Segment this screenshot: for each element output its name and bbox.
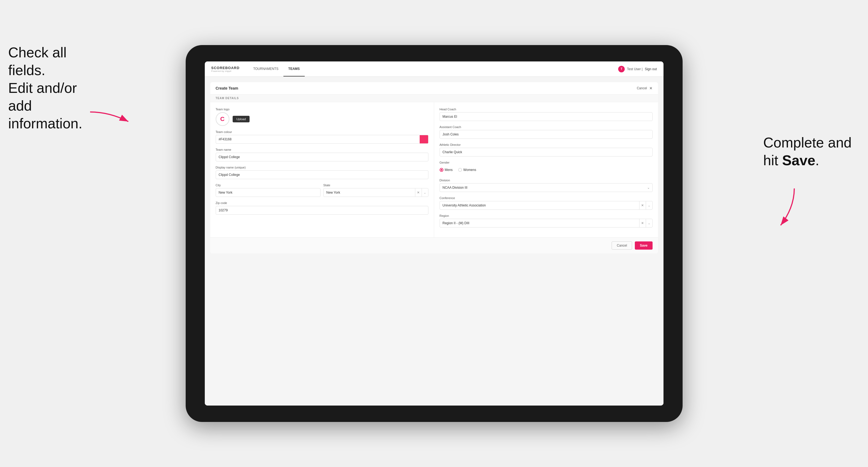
- save-button[interactable]: Save: [635, 242, 652, 250]
- division-select[interactable]: NCAA Division III: [440, 183, 653, 192]
- region-clear-icon[interactable]: ✕: [639, 219, 646, 227]
- state-select[interactable]: New York: [323, 191, 415, 194]
- city-state-row: City State New York ✕: [216, 184, 428, 197]
- logo-sub: Powered by clippit: [211, 70, 240, 72]
- signout-link[interactable]: Sign out: [645, 67, 657, 71]
- form-header: Create Team Cancel ✕: [210, 82, 658, 94]
- city-subgroup: City: [216, 184, 321, 197]
- region-select[interactable]: Region II - (M) DIII: [440, 221, 639, 225]
- zip-group: Zip code: [216, 201, 428, 215]
- team-logo-label: Team logo: [216, 107, 428, 111]
- close-icon: ✕: [649, 86, 653, 90]
- team-colour-label: Team colour: [216, 130, 428, 133]
- nav-tabs: TOURNAMENTS TEAMS: [248, 61, 305, 76]
- team-name-input[interactable]: [216, 153, 428, 161]
- state-clear-icon[interactable]: ✕: [415, 188, 422, 197]
- state-select-wrap: New York ✕ ⌄: [323, 188, 428, 197]
- city-input[interactable]: [216, 188, 321, 197]
- mens-radio-dot: [440, 168, 443, 172]
- form-right: Head Coach Assistant Coach Athletic Dire…: [434, 102, 658, 237]
- instruction-right: Complete and hit Save.: [763, 134, 851, 169]
- cancel-button[interactable]: Cancel: [612, 242, 632, 250]
- instruction-right-line2-plain: hit: [763, 152, 782, 168]
- conference-clear-icon[interactable]: ✕: [639, 201, 646, 210]
- state-label: State: [323, 184, 428, 187]
- colour-input-wrap: [216, 135, 428, 144]
- tab-teams[interactable]: TEAMS: [283, 61, 305, 76]
- conference-chevron-icon[interactable]: ⌄: [646, 201, 652, 210]
- city-label: City: [216, 184, 321, 187]
- head-coach-input[interactable]: [440, 112, 653, 121]
- division-select-wrap: NCAA Division III: [440, 183, 653, 192]
- instruction-right-line3: .: [815, 152, 819, 168]
- nav-right: T Test User | Sign out: [618, 66, 657, 72]
- tab-tournaments[interactable]: TOURNAMENTS: [248, 61, 283, 76]
- logo-area: C Upload: [216, 112, 428, 126]
- tablet-frame: SCOREBOARD Powered by clippit TOURNAMENT…: [186, 45, 683, 422]
- gender-radio-group: Mens Womens: [440, 165, 653, 174]
- arrow-right-icon: [772, 186, 800, 229]
- conference-select[interactable]: University Athletic Association: [440, 204, 639, 207]
- zip-label: Zip code: [216, 201, 428, 205]
- section-header: TEAM DETAILS: [210, 94, 658, 102]
- conference-label: Conference: [440, 196, 653, 199]
- conference-group: Conference University Athletic Associati…: [440, 196, 653, 210]
- main-content: Create Team Cancel ✕ TEAM DETAILS Team l…: [205, 77, 663, 406]
- form-body: Team logo C Upload Team colour: [210, 102, 658, 237]
- head-coach-group: Head Coach: [440, 107, 653, 121]
- instruction-right-line2-bold: Save: [782, 152, 815, 168]
- athletic-dir-group: Athletic Director: [440, 143, 653, 156]
- logo-title: SCOREBOARD: [211, 66, 240, 70]
- division-group: Division NCAA Division III: [440, 179, 653, 192]
- team-colour-group: Team colour: [216, 130, 428, 144]
- app-logo: SCOREBOARD Powered by clippit: [211, 66, 240, 72]
- display-name-group: Display name (unique): [216, 166, 428, 179]
- asst-coach-label: Assistant Coach: [440, 125, 653, 129]
- colour-swatch[interactable]: [420, 135, 428, 144]
- navbar: SCOREBOARD Powered by clippit TOURNAMENT…: [205, 61, 663, 77]
- form-title: Create Team: [216, 86, 238, 90]
- team-name-label: Team name: [216, 148, 428, 151]
- conference-select-wrap: University Athletic Association ✕ ⌄: [440, 201, 653, 210]
- athletic-dir-label: Athletic Director: [440, 143, 653, 146]
- region-label: Region: [440, 214, 653, 217]
- city-state-group: City State New York ✕: [216, 184, 428, 197]
- tablet-screen: SCOREBOARD Powered by clippit TOURNAMENT…: [205, 61, 663, 406]
- gender-group: Gender Mens Womens: [440, 161, 653, 174]
- womens-radio-dot: [458, 168, 462, 172]
- asst-coach-group: Assistant Coach: [440, 125, 653, 139]
- instruction-line3: information.: [8, 116, 83, 131]
- head-coach-label: Head Coach: [440, 107, 653, 111]
- form-panel: Create Team Cancel ✕ TEAM DETAILS Team l…: [210, 82, 658, 253]
- instruction-line1: Check all fields.: [8, 44, 67, 78]
- state-chevron-icon[interactable]: ⌄: [422, 188, 428, 197]
- gender-label: Gender: [440, 161, 653, 164]
- gender-mens-radio[interactable]: Mens: [440, 168, 453, 172]
- arrow-left-icon: [87, 109, 131, 126]
- state-subgroup: State New York ✕ ⌄: [323, 184, 428, 197]
- upload-button[interactable]: Upload: [232, 116, 250, 122]
- form-cancel-top[interactable]: Cancel ✕: [637, 86, 652, 90]
- instruction-left: Check all fields. Edit and/or add inform…: [8, 44, 98, 132]
- region-chevron-icon[interactable]: ⌄: [646, 219, 652, 227]
- zip-input[interactable]: [216, 206, 428, 215]
- instruction-line2: Edit and/or add: [8, 80, 77, 114]
- form-left: Team logo C Upload Team colour: [210, 102, 434, 237]
- display-name-label: Display name (unique): [216, 166, 428, 169]
- team-logo-group: Team logo C Upload: [216, 107, 428, 126]
- display-name-input[interactable]: [216, 170, 428, 179]
- form-footer: Cancel Save: [210, 237, 658, 253]
- gender-womens-radio[interactable]: Womens: [458, 168, 476, 172]
- avatar: T: [618, 66, 625, 72]
- instruction-right-line1: Complete and: [763, 135, 851, 151]
- user-label: Test User |: [627, 67, 643, 71]
- team-name-group: Team name: [216, 148, 428, 161]
- region-select-wrap: Region II - (M) DIII ✕ ⌄: [440, 219, 653, 227]
- asst-coach-input[interactable]: [440, 130, 653, 139]
- logo-circle: C: [216, 112, 229, 126]
- colour-input[interactable]: [216, 135, 420, 144]
- athletic-dir-input[interactable]: [440, 148, 653, 156]
- division-label: Division: [440, 179, 653, 182]
- region-group: Region Region II - (M) DIII ✕ ⌄: [440, 214, 653, 227]
